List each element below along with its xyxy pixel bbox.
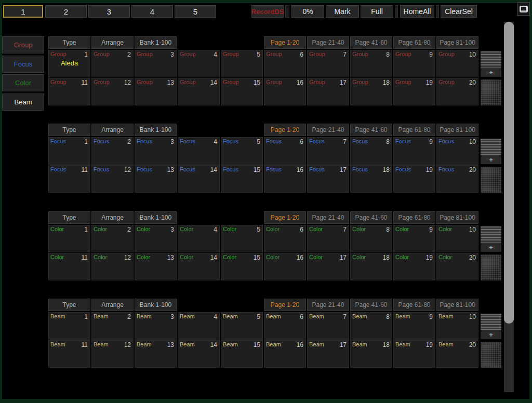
header-button-bank-1-100[interactable]: Bank 1-100 <box>135 211 177 224</box>
view-button-1[interactable]: 1 <box>3 5 43 18</box>
preset-cell[interactable]: Color10 <box>436 225 478 252</box>
preset-cell[interactable]: Group12 <box>91 78 134 105</box>
page-tab-2[interactable]: Page 21-40 <box>307 299 349 311</box>
preset-cell[interactable]: Group17 <box>307 78 349 105</box>
preset-cell[interactable]: Color3 <box>135 225 177 252</box>
preset-cell[interactable]: Color6 <box>264 225 306 252</box>
preset-cell[interactable]: Focus19 <box>393 165 435 193</box>
preset-cell[interactable]: Beam12 <box>91 340 134 368</box>
preset-cell[interactable]: Beam16 <box>264 340 306 368</box>
view-button-4[interactable]: 4 <box>131 5 173 18</box>
preset-cell[interactable]: Group1Aleda <box>48 50 90 77</box>
preset-cell[interactable]: Group2 <box>91 50 134 77</box>
preset-cell[interactable]: Group9 <box>393 50 435 77</box>
preset-cell[interactable]: Group8 <box>350 50 392 77</box>
page-tab-2[interactable]: Page 21-40 <box>307 36 349 49</box>
preset-cell[interactable]: Focus11 <box>48 165 90 193</box>
monitor-window-button[interactable] <box>517 2 530 16</box>
preset-cell[interactable]: Group7 <box>307 50 349 77</box>
full-button[interactable]: Full <box>361 5 393 18</box>
preset-cell[interactable]: Beam7 <box>307 312 349 340</box>
page-tab-4[interactable]: Page 61-80 <box>393 211 435 224</box>
preset-cell[interactable]: Focus20 <box>436 165 478 193</box>
preset-cell[interactable]: Group18 <box>350 78 392 105</box>
page-tab-1[interactable]: Page 1-20 <box>264 211 306 224</box>
preset-cell[interactable]: Focus10 <box>436 137 478 165</box>
preset-cell[interactable]: Focus4 <box>178 137 220 165</box>
preset-cell[interactable]: Beam15 <box>221 340 263 368</box>
page-tab-4[interactable]: Page 61-80 <box>393 124 435 136</box>
preset-cell[interactable]: Beam9 <box>393 312 435 340</box>
preset-cell[interactable]: Beam2 <box>91 312 134 340</box>
preset-cell[interactable]: Group6 <box>264 50 306 77</box>
preset-cell[interactable]: Beam3 <box>135 312 177 340</box>
preset-cell[interactable]: Group16 <box>264 78 306 105</box>
preset-cell[interactable]: Focus12 <box>91 165 134 193</box>
preset-cell[interactable]: Group4 <box>178 50 220 77</box>
preset-cell[interactable]: Focus5 <box>221 137 263 165</box>
preset-cell[interactable]: Color20 <box>436 253 478 280</box>
preset-cell[interactable]: Beam8 <box>350 312 392 340</box>
header-button-arrange[interactable]: Arrange <box>91 36 134 49</box>
preset-cell[interactable]: Beam6 <box>264 312 306 340</box>
page-tab-2[interactable]: Page 21-40 <box>307 211 349 224</box>
preset-cell[interactable]: Group10 <box>436 50 478 77</box>
header-button-type[interactable]: Type <box>48 124 90 136</box>
header-button-type[interactable]: Type <box>48 299 90 311</box>
header-button-type[interactable]: Type <box>48 211 90 224</box>
preset-cell[interactable]: Focus16 <box>264 165 306 193</box>
preset-cell[interactable]: Focus8 <box>350 137 392 165</box>
page-tab-3[interactable]: Page 41-60 <box>350 124 392 136</box>
page-tab-5[interactable]: Page 81-100 <box>436 211 478 224</box>
preset-cell[interactable]: Focus9 <box>393 137 435 165</box>
bank-grid-widget[interactable] <box>481 79 501 105</box>
sidebar-item-group[interactable]: Group <box>2 36 44 53</box>
page-tab-4[interactable]: Page 61-80 <box>393 36 435 49</box>
preset-cell[interactable]: Color1 <box>48 225 90 252</box>
preset-cell[interactable]: Beam5 <box>221 312 263 340</box>
page-tab-3[interactable]: Page 41-60 <box>350 211 392 224</box>
bank-scroll-widget[interactable]: + <box>481 51 501 77</box>
page-tab-5[interactable]: Page 81-100 <box>436 299 478 311</box>
preset-cell[interactable]: Group15 <box>221 78 263 105</box>
preset-cell[interactable]: Group14 <box>178 78 220 105</box>
homeall-button[interactable]: HomeAll <box>400 5 434 18</box>
page-tab-4[interactable]: Page 61-80 <box>393 299 435 311</box>
page-tab-3[interactable]: Page 41-60 <box>350 299 392 311</box>
preset-cell[interactable]: Focus13 <box>135 165 177 193</box>
preset-cell[interactable]: Color15 <box>221 253 263 280</box>
page-tab-5[interactable]: Page 81-100 <box>436 124 478 136</box>
mark-button[interactable]: Mark <box>326 5 359 18</box>
preset-cell[interactable]: Group13 <box>135 78 177 105</box>
preset-cell[interactable]: Color4 <box>178 225 220 252</box>
header-button-arrange[interactable]: Arrange <box>91 124 134 136</box>
sidebar-item-color[interactable]: Color <box>2 74 44 91</box>
preset-cell[interactable]: Group3 <box>135 50 177 77</box>
header-button-type[interactable]: Type <box>48 36 90 49</box>
header-button-bank-1-100[interactable]: Bank 1-100 <box>135 36 177 49</box>
preset-cell[interactable]: Beam4 <box>178 312 220 340</box>
preset-cell[interactable]: Beam10 <box>436 312 478 340</box>
bank-scroll-widget[interactable]: + <box>481 139 501 164</box>
bank-grid-widget[interactable] <box>481 167 501 193</box>
bank-scroll-widget[interactable]: + <box>481 226 501 252</box>
preset-cell[interactable]: Group5 <box>221 50 263 77</box>
preset-cell[interactable]: Color17 <box>307 253 349 280</box>
page-tab-1[interactable]: Page 1-20 <box>264 36 306 49</box>
preset-cell[interactable]: Color13 <box>135 253 177 280</box>
sidebar-item-focus[interactable]: Focus <box>2 56 44 73</box>
preset-cell[interactable]: Beam19 <box>393 340 435 368</box>
preset-cell[interactable]: Color16 <box>264 253 306 280</box>
preset-cell[interactable]: Beam17 <box>307 340 349 368</box>
preset-cell[interactable]: Focus1 <box>48 137 90 165</box>
bank-scroll-widget[interactable]: + <box>481 314 501 339</box>
preset-cell[interactable]: Beam18 <box>350 340 392 368</box>
bank-grid-widget[interactable] <box>481 254 501 280</box>
preset-cell[interactable]: Group19 <box>393 78 435 105</box>
view-button-2[interactable]: 2 <box>45 5 87 18</box>
preset-cell[interactable]: Color14 <box>178 253 220 280</box>
preset-cell[interactable]: Beam14 <box>178 340 220 368</box>
preset-cell[interactable]: Focus3 <box>135 137 177 165</box>
page-tab-3[interactable]: Page 41-60 <box>350 36 392 49</box>
view-button-3[interactable]: 3 <box>88 5 130 18</box>
